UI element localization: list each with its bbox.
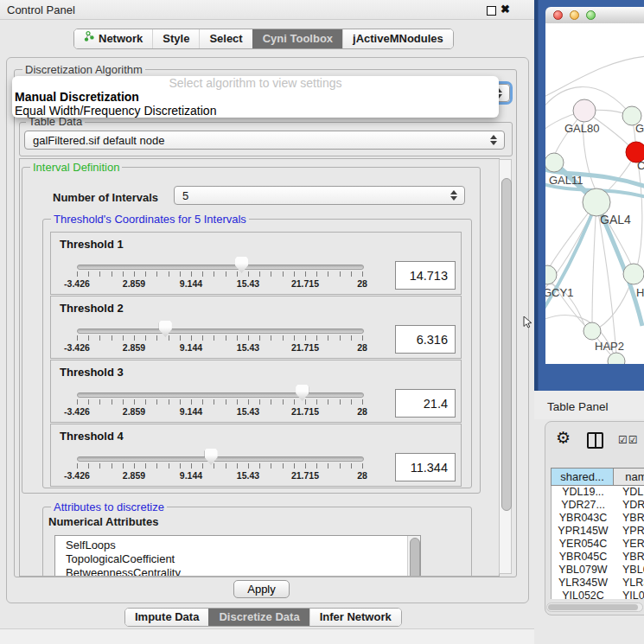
slider-thumb[interactable]	[159, 321, 172, 337]
table-row[interactable]: YBR043CYBR0	[552, 512, 644, 525]
number-of-intervals-label: Number of Intervals	[53, 191, 158, 204]
threshold-panel: Threshold 2-3.4262.8599.14415.4321.71528…	[50, 296, 462, 359]
list-scrollbar[interactable]	[407, 536, 420, 576]
network-node-label: HAP2	[595, 340, 624, 353]
slider-tick	[283, 271, 284, 277]
algorithm-option[interactable]: Manual Discretization	[12, 90, 499, 104]
slider-tick	[88, 335, 89, 341]
slider-tick-label: 21.715	[291, 278, 319, 289]
network-node-h[interactable]	[623, 264, 644, 284]
slider-tick	[112, 271, 112, 277]
threshold-value-field[interactable]: 6.316	[395, 325, 456, 354]
slider-tick	[294, 399, 295, 405]
list-scrollbar-thumb[interactable]	[410, 538, 420, 577]
slider-tick-label: 15.43	[237, 406, 259, 417]
slider-tick	[202, 399, 203, 405]
slider-tick	[123, 463, 124, 469]
tab-style[interactable]: Style	[152, 29, 199, 48]
attribute-list-item[interactable]: TopologicalCoefficient	[55, 552, 420, 566]
attribute-list-item[interactable]: SelfLoops	[55, 539, 420, 552]
slider-thumb[interactable]	[296, 385, 309, 401]
network-node-gal80[interactable]	[573, 99, 596, 122]
algorithm-option[interactable]: Equal Width/Frequency Discretization	[12, 104, 499, 118]
thresholds-group-title: Threshold's Coordinates for 5 Intervals	[51, 214, 249, 225]
table-panel-body: ⚙ ☑☑ shared...name YDL19...YDL1YDR27...Y…	[545, 421, 644, 615]
tab-infer-network[interactable]: Infer Network	[309, 609, 401, 626]
slider-tick	[99, 463, 100, 469]
network-node-gal11[interactable]	[545, 153, 564, 172]
attribute-list-item[interactable]: BetweennessCentrality	[55, 566, 420, 577]
interval-definition-group-title: Interval Definition	[30, 162, 122, 173]
mac-minimize-icon[interactable]	[570, 10, 579, 20]
threshold-panel: Threshold 4-3.4262.8599.14415.4321.71528…	[50, 424, 462, 487]
mac-close-icon[interactable]	[553, 10, 563, 20]
slider-tick-label: 2.859	[123, 278, 145, 289]
table-data-select[interactable]: galFiltered.sif default node	[24, 131, 505, 150]
slider-tick	[351, 399, 352, 405]
network-view-canvas[interactable]: GAL80GACGAL11GAL4GCY1HHAP2	[545, 23, 644, 364]
tab-impute-data[interactable]: Impute Data	[125, 609, 208, 626]
table-row[interactable]: YPR145WYPR1	[552, 525, 644, 538]
split-columns-icon[interactable]	[587, 432, 603, 449]
tab-label: Cyni Toolbox	[263, 29, 333, 48]
table-row[interactable]: YLR345WYLR3	[552, 577, 644, 590]
table-data-selected-value: galFiltered.sif default node	[33, 134, 164, 147]
slider-tick	[134, 335, 135, 341]
tab-select[interactable]: Select	[199, 29, 252, 48]
table-row[interactable]: YBR045CYBR0	[552, 551, 644, 564]
threshold-value-field[interactable]: 11.344	[395, 453, 456, 481]
tab-network[interactable]: Network	[74, 29, 152, 48]
slider-thumb[interactable]	[205, 449, 218, 465]
slider-track[interactable]	[77, 328, 364, 334]
apply-button[interactable]: Apply	[233, 580, 290, 598]
column-visibility-icon[interactable]: ☑☑	[618, 434, 639, 446]
bottom-strip	[0, 628, 534, 644]
mac-zoom-icon[interactable]	[586, 10, 596, 20]
slider-tick	[123, 399, 124, 405]
slider-track[interactable]	[77, 392, 364, 398]
slider-tick-label: 9.144	[180, 470, 202, 481]
table-row[interactable]: YBL079WYBL0	[552, 564, 644, 577]
threshold-value-field[interactable]: 14.713	[395, 261, 456, 290]
slider-tick	[226, 335, 226, 341]
close-icon[interactable]: ✖	[501, 3, 510, 16]
threshold-label: Threshold 3	[60, 366, 124, 379]
slider-tick	[248, 399, 249, 405]
table-row[interactable]: YER054CYER0	[552, 538, 644, 551]
settings-scrollbar[interactable]	[499, 159, 512, 574]
network-node-hap2[interactable]	[583, 322, 601, 340]
slider-tick	[156, 399, 157, 405]
table-column-header[interactable]: shared...	[551, 468, 614, 486]
table-cell-name: YER0	[615, 538, 644, 551]
float-window-icon[interactable]	[487, 6, 496, 16]
slider-tick	[145, 271, 146, 277]
table-cell-name: YBR0	[615, 512, 644, 525]
number-of-intervals-select[interactable]: 5	[174, 186, 465, 205]
settings-scrollbar-thumb[interactable]	[501, 178, 512, 511]
network-edge	[592, 202, 596, 324]
table-cell-name: YLR3	[615, 577, 644, 590]
table-row[interactable]: YDL19...YDL1	[552, 486, 644, 499]
network-node-label: GCY1	[545, 286, 573, 299]
table-horizontal-scrollbar[interactable]	[546, 603, 643, 612]
table-row[interactable]: YIL052CYIL0	[552, 590, 644, 599]
slider-tick	[112, 463, 112, 469]
table-column-header[interactable]: name	[614, 468, 644, 486]
slider-track[interactable]	[77, 265, 364, 270]
network-node-label: C	[637, 159, 644, 172]
slider-tick	[88, 463, 89, 469]
tab-label: Discretize Data	[219, 608, 299, 627]
slider-track[interactable]	[77, 456, 364, 462]
tab-discretize-data[interactable]: Discretize Data	[208, 609, 309, 626]
slider-tick	[328, 399, 328, 405]
gear-icon[interactable]: ⚙	[556, 430, 571, 446]
tab-cyni-toolbox[interactable]: Cyni Toolbox	[252, 29, 342, 48]
slider-tick	[294, 335, 295, 341]
slider-tick-label: 2.859	[123, 406, 145, 417]
tab-jactivemnodules[interactable]: jActiveMNodules	[342, 29, 453, 48]
network-node-gcy1[interactable]	[545, 265, 557, 284]
table-horizontal-scrollbar-thumb[interactable]	[548, 604, 638, 610]
slider-tick	[362, 463, 363, 469]
table-row[interactable]: YDR27...YDR2	[552, 499, 644, 512]
threshold-value-field[interactable]: 21.4	[395, 389, 456, 418]
